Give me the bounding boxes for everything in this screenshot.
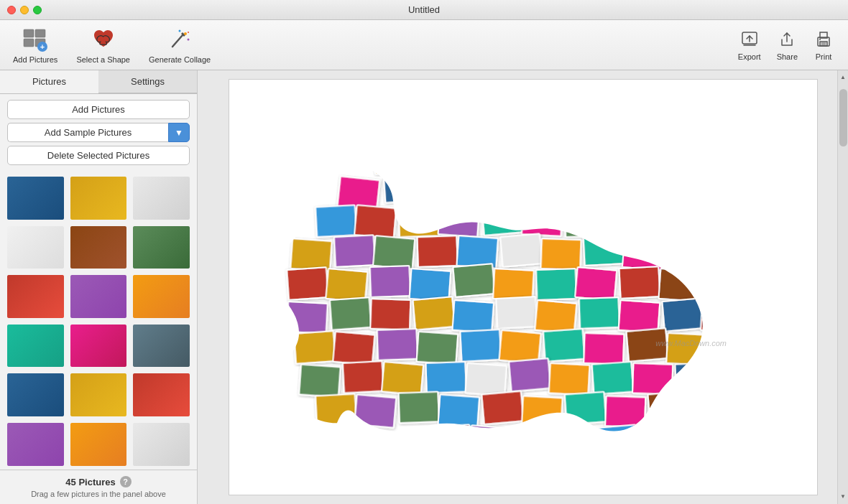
add-pictures-label: Add Pictures	[13, 55, 57, 64]
svg-rect-57	[500, 233, 542, 266]
svg-rect-63	[287, 267, 328, 300]
thumbnail-5[interactable]	[132, 225, 191, 271]
svg-rect-50	[647, 205, 689, 238]
sidebar-hint: Drag a few pictures in the panel above	[7, 490, 190, 498]
svg-rect-88	[416, 332, 458, 365]
thumbnail-6[interactable]	[6, 274, 65, 319]
canvas-area: www.MacDown.com ▲ ▼	[198, 70, 848, 504]
add-sample-dropdown-button[interactable]: ▼	[168, 123, 190, 142]
svg-rect-107	[315, 394, 356, 426]
svg-rect-100	[465, 363, 507, 396]
svg-rect-36	[469, 168, 511, 201]
thumbnail-13[interactable]	[69, 372, 129, 418]
thumbnail-15[interactable]	[6, 421, 65, 467]
svg-rect-61	[666, 235, 708, 269]
thumbnail-11[interactable]	[132, 323, 191, 369]
svg-rect-40	[641, 169, 682, 202]
share-icon	[777, 29, 797, 50]
svg-rect-101	[509, 358, 550, 391]
svg-rect-43	[354, 205, 396, 238]
thumbnail-1[interactable]	[69, 175, 129, 221]
svg-rect-59	[583, 233, 624, 266]
svg-rect-118	[469, 425, 510, 458]
thumbnail-14[interactable]	[132, 372, 191, 418]
svg-rect-65	[369, 266, 410, 297]
svg-rect-55	[417, 235, 457, 267]
svg-rect-62	[706, 237, 747, 269]
svg-rect-109	[398, 392, 438, 424]
traffic-lights	[7, 6, 42, 14]
add-sample-pictures-button[interactable]: Add Sample Pictures	[7, 123, 168, 142]
svg-point-13	[188, 38, 190, 40]
thumbnail-7[interactable]	[69, 274, 129, 319]
thumbnail-0[interactable]	[6, 175, 65, 221]
thumbnail-8[interactable]	[132, 274, 191, 319]
add-pictures-button[interactable]: Add Pictures	[7, 100, 190, 119]
svg-rect-54	[373, 235, 415, 269]
thumbnail-3[interactable]	[6, 225, 65, 271]
svg-rect-66	[409, 269, 451, 302]
svg-rect-35	[425, 174, 466, 206]
generate-collage-toolbar-item[interactable]: Generate Collage	[143, 24, 216, 67]
svg-rect-97	[342, 361, 383, 393]
help-badge[interactable]: ?	[120, 476, 132, 487]
svg-point-12	[184, 32, 187, 35]
delete-selected-pictures-button[interactable]: Delete Selected Pictures	[7, 146, 190, 165]
svg-rect-108	[354, 394, 396, 427]
svg-rect-120	[552, 426, 594, 459]
select-shape-toolbar-item[interactable]: Select a Shape	[70, 24, 136, 67]
thumbnail-4[interactable]	[69, 225, 129, 271]
title-bar: Untitled	[0, 0, 848, 20]
sidebar: Pictures Settings Add Pictures Add Sampl…	[0, 70, 198, 504]
svg-rect-103	[591, 362, 633, 395]
canvas-content: www.MacDown.com	[229, 79, 818, 495]
svg-rect-46	[481, 202, 523, 235]
thumbnail-16[interactable]	[69, 421, 129, 467]
export-toolbar-item[interactable]: Export	[731, 27, 768, 64]
scrollbar-up-arrow[interactable]: ▲	[839, 72, 847, 82]
svg-rect-92	[584, 333, 624, 365]
scrollbar-thumb[interactable]	[839, 89, 847, 146]
print-toolbar-item[interactable]: Print	[806, 27, 841, 64]
svg-rect-76	[370, 299, 410, 330]
svg-rect-115	[647, 391, 689, 424]
watermark-text: www.MacDown.com	[655, 339, 727, 347]
svg-rect-34	[383, 170, 425, 203]
svg-rect-45	[438, 204, 479, 237]
thumbnail-17[interactable]	[132, 421, 191, 467]
generate-collage-label: Generate Collage	[149, 55, 211, 64]
thumbnail-2[interactable]	[132, 175, 191, 221]
export-label: Export	[738, 52, 761, 61]
add-pictures-toolbar-item[interactable]: + Add Pictures	[7, 24, 63, 67]
close-button[interactable]	[7, 6, 16, 14]
thumbnail-10[interactable]	[69, 323, 129, 369]
svg-rect-49	[603, 205, 645, 238]
thumbnail-9[interactable]	[6, 323, 65, 369]
svg-rect-74	[286, 302, 327, 334]
toolbar-left: + Add Pictures Select a Shape	[7, 24, 216, 67]
svg-rect-60	[622, 237, 663, 270]
tab-pictures[interactable]: Pictures	[0, 70, 98, 93]
share-toolbar-item[interactable]: Share	[770, 27, 805, 64]
svg-rect-69	[535, 269, 576, 300]
thumbnail-12[interactable]	[6, 372, 65, 418]
svg-rect-86	[333, 332, 374, 365]
svg-rect-105	[675, 363, 716, 395]
svg-rect-32	[663, 151, 705, 185]
svg-point-24	[819, 39, 821, 40]
picture-grid[interactable]	[0, 171, 197, 470]
svg-rect-72	[658, 269, 700, 302]
svg-rect-110	[438, 394, 479, 427]
svg-rect-0	[24, 29, 34, 37]
minimize-button[interactable]	[20, 6, 29, 14]
scrollbar-down-arrow[interactable]: ▼	[839, 491, 847, 501]
tab-settings[interactable]: Settings	[98, 70, 197, 93]
add-sample-row: Add Sample Pictures ▼	[7, 123, 190, 142]
svg-rect-99	[425, 362, 466, 393]
svg-rect-77	[413, 297, 454, 330]
add-pictures-icon: +	[22, 27, 48, 52]
svg-rect-102	[548, 363, 589, 396]
svg-rect-73	[702, 266, 744, 299]
maximize-button[interactable]	[33, 6, 42, 14]
generate-collage-icon	[167, 27, 193, 52]
